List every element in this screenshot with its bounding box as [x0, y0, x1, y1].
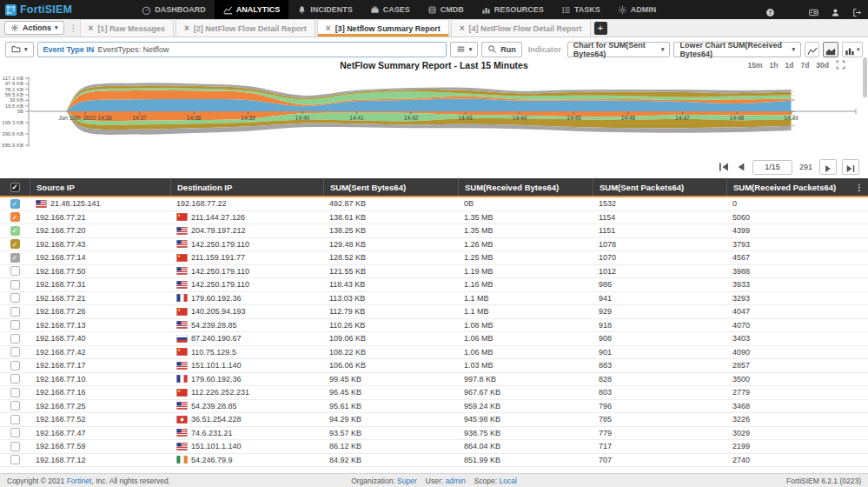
- previous-page-button[interactable]: [735, 161, 747, 173]
- table-row[interactable]: 192.168.77.21179.60.192.36113.03 KB1.1 M…: [0, 292, 868, 306]
- table-row[interactable]: 192.168.77.1354.239.28.85110.26 KB1.08 M…: [0, 319, 868, 333]
- row-checkbox[interactable]: [10, 280, 20, 290]
- table-row[interactable]: 192.168.77.50142.250.179.110121.55 KB1.1…: [0, 265, 868, 279]
- table-row[interactable]: 192.168.77.26140.205.94.193112.79 KB1.1 …: [0, 305, 868, 319]
- nav-item-cases[interactable]: CASES: [361, 0, 419, 19]
- query-input[interactable]: Event Type IN EventTypes: Netflow: [37, 42, 447, 57]
- close-icon[interactable]: ×: [326, 24, 331, 33]
- help-button[interactable]: ?: [759, 0, 781, 19]
- organization-link[interactable]: Super: [397, 477, 417, 485]
- table-row[interactable]: 192.168.77.16112.226.252.23196.45 KB967.…: [0, 386, 868, 400]
- range-1d-button[interactable]: 1d: [785, 61, 794, 70]
- nav-item-tasks[interactable]: TASKS: [553, 0, 609, 19]
- close-icon[interactable]: ×: [184, 24, 189, 33]
- table-row[interactable]: ✓192.168.77.21211.144.27.126138.61 KB1.3…: [0, 211, 868, 225]
- row-checkbox[interactable]: [10, 361, 20, 370]
- nav-item-analytics[interactable]: ANALYTICS: [215, 0, 289, 19]
- next-page-button[interactable]: [819, 159, 837, 175]
- table-row[interactable]: 192.168.77.17151.101.1.140106.06 KB1.03 …: [0, 359, 868, 373]
- table-row[interactable]: 192.168.77.1254.246.79.984.92 KB851.99 K…: [0, 454, 868, 468]
- row-checkbox-checked[interactable]: ✓: [10, 212, 20, 222]
- table-row[interactable]: 192.168.77.42110.75.129.5108.22 KB1.06 M…: [0, 346, 868, 360]
- row-checkbox-checked[interactable]: ✓: [10, 199, 20, 209]
- row-checkbox[interactable]: [10, 320, 20, 330]
- list-icon: [456, 44, 466, 54]
- table-row[interactable]: 192.168.77.5236.51.254.22894.29 KB945.98…: [0, 413, 868, 427]
- column-header[interactable]: Source IP: [30, 178, 170, 196]
- row-checkbox[interactable]: [10, 455, 20, 464]
- logout-button[interactable]: [846, 0, 868, 19]
- upper-chart-select[interactable]: Chart for SUM(Sent Bytes64) ▾: [567, 42, 671, 57]
- table-row[interactable]: 192.168.77.31142.250.179.110118.43 KB1.1…: [0, 278, 868, 292]
- lower-chart-select[interactable]: Lower Chart SUM(Received Bytes64) ▾: [673, 42, 801, 57]
- scrollbar-thumb[interactable]: [863, 57, 867, 97]
- tab-overflow-handle[interactable]: ⋮: [68, 19, 80, 37]
- column-options-icon[interactable]: ⋮: [855, 183, 868, 192]
- nav-item-incidents[interactable]: INCIDENTS: [288, 0, 361, 19]
- row-checkbox[interactable]: [10, 401, 20, 410]
- saved-search-button[interactable]: ▾: [5, 42, 34, 57]
- bar-chart-type-button[interactable]: ▾: [842, 42, 863, 57]
- brand-logo[interactable]: FortiSIEM: [5, 3, 72, 16]
- column-header[interactable]: SUM(Received Packets64)⋮: [726, 178, 868, 196]
- user-button[interactable]: [825, 0, 846, 19]
- range-1h-button[interactable]: 1h: [770, 61, 779, 70]
- netflow-traffic-chart[interactable]: 117.1 KB97.6 KB78.1 KB58.5 KB39 KB19.5 K…: [0, 72, 868, 156]
- run-button[interactable]: Run: [481, 42, 522, 57]
- row-checkbox-checked[interactable]: ✓: [10, 226, 20, 236]
- column-header[interactable]: SUM(Sent Packets64): [593, 178, 726, 196]
- nav-item-dashboard[interactable]: DASHBOARD: [133, 0, 215, 19]
- select-all-checkbox[interactable]: ✓: [10, 183, 20, 192]
- table-row[interactable]: ✓192.168.77.43142.250.179.110129.48 KB1.…: [0, 238, 868, 252]
- row-checkbox[interactable]: [10, 374, 20, 384]
- tab-1[interactable]: ×[1] Raw Messages: [80, 19, 174, 37]
- table-row[interactable]: ✓21.48.125.141192.168.77.22492.87 KB0B15…: [0, 197, 868, 211]
- row-checkbox[interactable]: [10, 347, 20, 357]
- table-row[interactable]: 192.168.77.4774.6.231.2193.57 KB938.75 K…: [0, 427, 868, 441]
- row-checkbox[interactable]: [10, 388, 20, 397]
- row-checkbox[interactable]: [10, 334, 20, 344]
- table-row[interactable]: 192.168.77.59151.101.1.14086.12 KB864.04…: [0, 440, 868, 454]
- row-checkbox[interactable]: [10, 442, 20, 451]
- column-header[interactable]: SUM(Received Bytes64): [458, 178, 593, 196]
- nav-item-cmdb[interactable]: CMDB: [419, 0, 473, 19]
- range-15m-button[interactable]: 15m: [748, 61, 763, 70]
- fortinet-link[interactable]: Fortinet: [67, 477, 92, 485]
- close-icon[interactable]: ×: [460, 24, 465, 33]
- row-checkbox[interactable]: [10, 266, 20, 276]
- table-row[interactable]: ✓192.168.77.14211.159.191.77128.52 KB1.2…: [0, 251, 868, 265]
- table-row[interactable]: 192.168.77.4087.240.190.67109.06 KB1.06 …: [0, 332, 868, 346]
- table-row[interactable]: ✓192.168.77.20204.79.197.212138.25 KB1.3…: [0, 224, 868, 238]
- tab-4[interactable]: ×[4] NetFlow Flow Detail Report: [451, 19, 591, 37]
- actions-button[interactable]: Actions ▾: [4, 21, 64, 35]
- tab-3[interactable]: ×[3] Netflow Summary Report: [317, 19, 449, 37]
- row-checkbox[interactable]: [10, 307, 20, 317]
- row-checkbox[interactable]: [10, 293, 20, 303]
- row-checkbox-checked[interactable]: ✓: [10, 253, 20, 263]
- range-30d-button[interactable]: 30d: [816, 61, 829, 70]
- last-page-button[interactable]: [842, 159, 859, 175]
- page-input[interactable]: [752, 160, 792, 175]
- add-tab-button[interactable]: +: [594, 22, 607, 35]
- line-chart-type-button[interactable]: [805, 42, 819, 57]
- table-row[interactable]: 192.168.77.10179.60.192.3699.45 KB997.8 …: [0, 373, 868, 387]
- license-button[interactable]: [803, 0, 825, 19]
- tab-2[interactable]: ×[2] NetFlow Flow Detail Report: [176, 19, 315, 37]
- fullscreen-icon[interactable]: [836, 60, 845, 70]
- nav-item-resources[interactable]: RESOURCES: [473, 0, 553, 19]
- display-columns-button[interactable]: ▾: [450, 42, 479, 57]
- row-checkbox-checked[interactable]: ✓: [10, 239, 20, 249]
- column-header[interactable]: SUM(Sent Bytes64): [323, 178, 458, 196]
- column-header[interactable]: Destination IP: [170, 178, 323, 196]
- close-icon[interactable]: ×: [89, 24, 94, 33]
- scope-link[interactable]: Local: [499, 477, 516, 485]
- row-checkbox[interactable]: [10, 415, 20, 424]
- table-row[interactable]: 192.168.77.2554.239.28.8595.61 KB959.24 …: [0, 400, 868, 414]
- first-page-button[interactable]: [718, 161, 730, 173]
- user-link[interactable]: admin: [445, 477, 465, 485]
- alert-button[interactable]: [781, 0, 803, 19]
- area-chart-type-button[interactable]: [823, 42, 838, 57]
- row-checkbox[interactable]: [10, 428, 20, 437]
- range-7d-button[interactable]: 7d: [800, 61, 809, 70]
- nav-item-admin[interactable]: ADMIN: [609, 0, 666, 19]
